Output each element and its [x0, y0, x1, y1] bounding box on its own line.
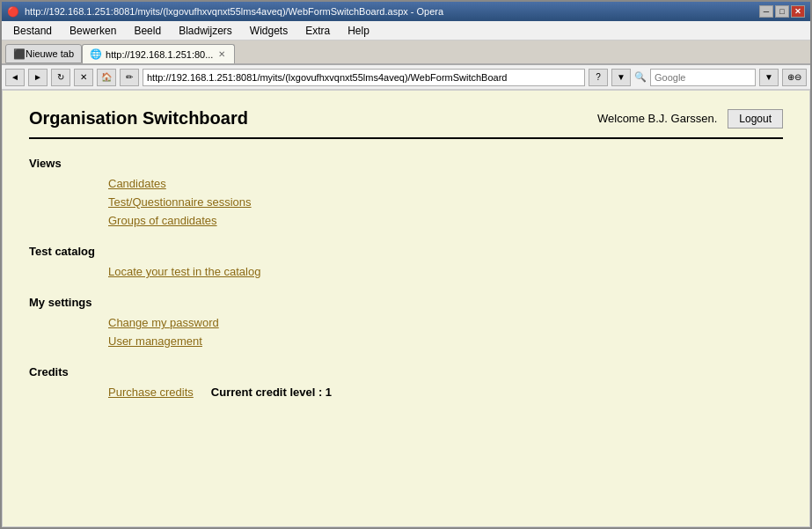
change-password-link[interactable]: Change my password	[108, 316, 783, 329]
tab-label: http://192.168.1.251:80...	[106, 49, 213, 60]
menu-bestand[interactable]: Bestand	[5, 22, 60, 40]
page-content: Organisation Switchboard Welcome B.J. Ga…	[2, 90, 810, 527]
search-icon: 🔍	[634, 71, 647, 83]
sessions-link[interactable]: Test/Questionnaire sessions	[108, 195, 783, 209]
menu-bar: Bestand Bewerken Beeld Bladwijzers Widge…	[2, 21, 810, 40]
dropdown-button[interactable]: ▼	[611, 69, 631, 86]
welcome-text: Welcome B.J. Garssen.	[597, 112, 717, 125]
page-title: Organisation Switchboard	[29, 108, 248, 129]
security-button[interactable]: ?	[589, 69, 608, 86]
zoom-button[interactable]: ⊕⊖	[782, 69, 807, 86]
tab-bar: ⬛ Nieuwe tab 🌐 http://192.168.1.251:80..…	[2, 40, 810, 65]
home-button[interactable]: 🏠	[97, 69, 116, 86]
catalog-link[interactable]: Locate your test in the catalog	[108, 265, 783, 278]
my-settings-header: My settings	[29, 296, 783, 309]
window-controls: ─ □ ✕	[759, 5, 805, 18]
new-tab-label: Nieuwe tab	[26, 48, 74, 59]
views-section: Views Candidates Test/Questionnaire sess…	[29, 157, 783, 227]
header-right: Welcome B.J. Garssen. Logout	[597, 109, 783, 129]
views-header: Views	[29, 157, 783, 170]
my-settings-section: My settings Change my password User mana…	[29, 296, 783, 348]
maximize-button[interactable]: □	[775, 5, 789, 18]
credits-row: Purchase credits Current credit level : …	[108, 386, 783, 399]
test-catalog-section: Test catalog Locate your test in the cat…	[29, 245, 783, 278]
reload-button[interactable]: ↻	[51, 69, 70, 86]
menu-beeld[interactable]: Beeld	[126, 22, 169, 40]
menu-bewerken[interactable]: Bewerken	[62, 22, 124, 40]
title-bar-left: 🔴 http://192.168.1.251:8081/myits/(lxgov…	[7, 6, 443, 18]
tab-favicon: 🌐	[90, 48, 102, 60]
menu-help[interactable]: Help	[340, 22, 377, 40]
groups-link[interactable]: Groups of candidates	[108, 214, 783, 227]
search-dropdown[interactable]: ▼	[759, 69, 779, 86]
search-input[interactable]	[650, 69, 756, 86]
new-tab-icon: ⬛	[13, 48, 26, 60]
window-title: http://192.168.1.251:8081/myits/(lxgovuf…	[25, 6, 443, 17]
address-input[interactable]	[143, 69, 585, 86]
purchase-credits-link[interactable]: Purchase credits	[108, 386, 194, 399]
minimize-button[interactable]: ─	[759, 5, 773, 18]
credits-links: Purchase credits Current credit level : …	[29, 386, 783, 399]
candidates-link[interactable]: Candidates	[108, 177, 783, 190]
stop-button[interactable]: ✕	[74, 69, 93, 86]
views-links: Candidates Test/Questionnaire sessions G…	[29, 177, 783, 227]
user-management-link[interactable]: User management	[108, 334, 783, 348]
title-bar: 🔴 http://192.168.1.251:8081/myits/(lxgov…	[2, 2, 810, 21]
new-tab-button[interactable]: ⬛ Nieuwe tab	[5, 44, 82, 63]
opera-icon: 🔴	[7, 6, 19, 18]
tab-close-button[interactable]: ✕	[216, 49, 227, 60]
back-button[interactable]: ◄	[5, 69, 25, 86]
forward-button[interactable]: ►	[28, 69, 48, 86]
address-bar: ◄ ► ↻ ✕ 🏠 ✏ ? ▼ 🔍 ▼ ⊕⊖	[2, 65, 810, 90]
test-catalog-header: Test catalog	[29, 245, 783, 258]
menu-bladwijzers[interactable]: Bladwijzers	[171, 22, 240, 40]
close-button[interactable]: ✕	[791, 5, 805, 18]
test-catalog-links: Locate your test in the catalog	[29, 265, 783, 278]
credit-level-text: Current credit level : 1	[211, 386, 332, 399]
menu-widgets[interactable]: Widgets	[242, 22, 296, 40]
menu-extra[interactable]: Extra	[297, 22, 338, 40]
page-header: Organisation Switchboard Welcome B.J. Ga…	[29, 108, 783, 139]
logout-button[interactable]: Logout	[728, 109, 783, 129]
edit-button[interactable]: ✏	[120, 69, 139, 86]
browser-window: 🔴 http://192.168.1.251:8081/myits/(lxgov…	[0, 0, 812, 529]
tab-switchboard[interactable]: 🌐 http://192.168.1.251:80... ✕	[82, 44, 235, 63]
page-inner: Organisation Switchboard Welcome B.J. Ga…	[3, 91, 809, 434]
credits-header: Credits	[29, 365, 783, 378]
my-settings-links: Change my password User management	[29, 316, 783, 348]
credits-section: Credits Purchase credits Current credit …	[29, 365, 783, 399]
